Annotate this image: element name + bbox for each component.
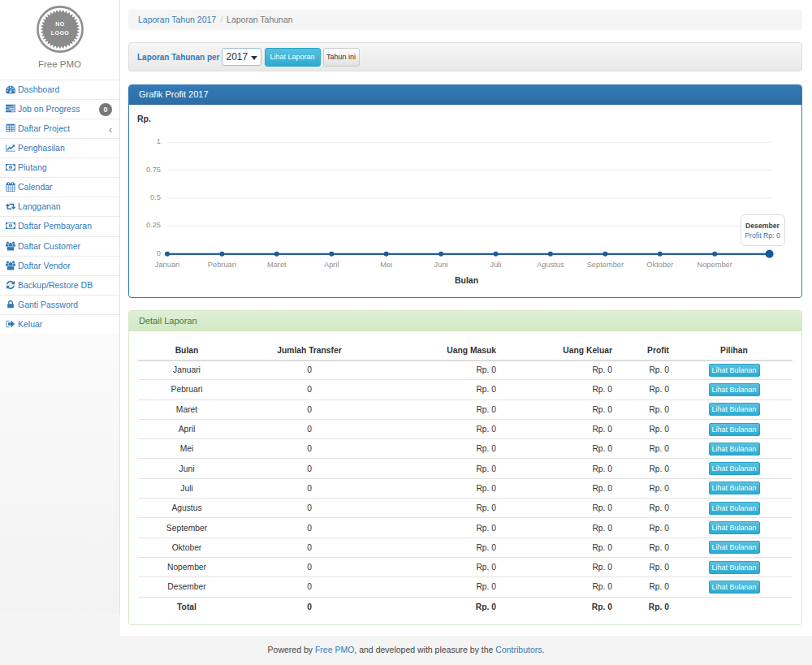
svg-text:NO: NO xyxy=(55,21,65,27)
svg-text:LOGO: LOGO xyxy=(50,30,69,36)
